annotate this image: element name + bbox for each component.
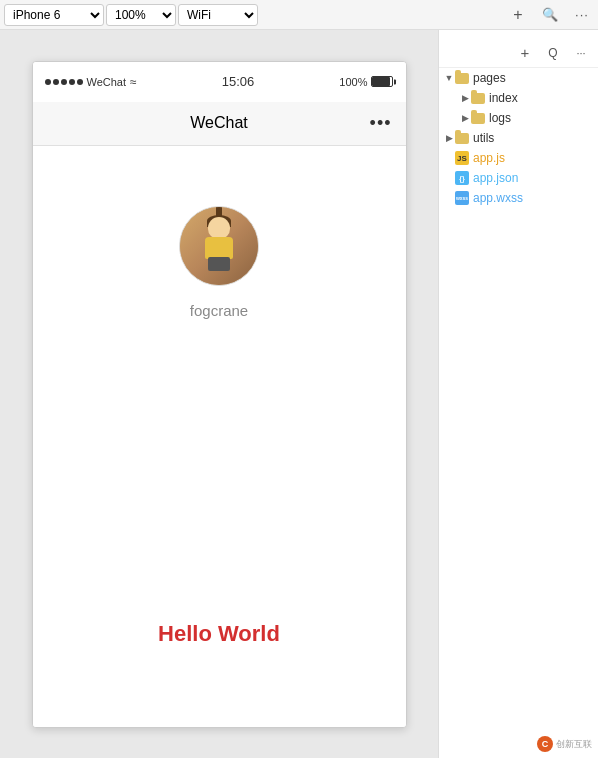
search-button[interactable]: 🔍 [538, 3, 562, 27]
watermark-icon: C [537, 736, 553, 752]
status-bar: WeChat ≈ 15:06 100% [33, 62, 406, 102]
tree-item-app-js[interactable]: JS app.js [439, 148, 598, 168]
carrier-label: WeChat [87, 76, 127, 88]
char-legs [208, 257, 230, 271]
sidebar-more-button[interactable]: ··· [570, 42, 592, 64]
folder-icon-utils [455, 133, 469, 144]
tree-label-pages: pages [473, 71, 506, 85]
folder-icon-pages [455, 73, 469, 84]
nav-title: WeChat [190, 114, 248, 132]
main-area: WeChat ≈ 15:06 100% WeChat ••• [0, 30, 598, 758]
json-file-icon: {} [455, 171, 469, 185]
tree-label-app-wxss: app.wxss [473, 191, 523, 205]
signal-dot-3 [61, 79, 67, 85]
arrow-index [459, 92, 471, 104]
add-button[interactable]: + [506, 3, 530, 27]
tree-item-app-json[interactable]: {} app.json [439, 168, 598, 188]
wifi-icon: ≈ [130, 75, 137, 89]
sidebar-add-button[interactable]: + [514, 42, 536, 64]
tree-item-utils[interactable]: utils [439, 128, 598, 148]
more-button[interactable]: ··· [570, 3, 594, 27]
zoom-selector[interactable]: 100% [106, 4, 176, 26]
username-label: fogcrane [190, 302, 248, 319]
tree-item-index[interactable]: index [439, 88, 598, 108]
signal-dot-5 [77, 79, 83, 85]
file-tree-sidebar: + Q ··· pages index logs utils JS [438, 30, 598, 758]
phone-content: fogcrane Hello World [33, 146, 406, 727]
tree-item-pages[interactable]: pages [439, 68, 598, 88]
char-head [208, 217, 230, 239]
avatar [179, 206, 259, 286]
phone-frame: WeChat ≈ 15:06 100% WeChat ••• [32, 61, 407, 728]
battery-icon [371, 76, 393, 87]
device-selector[interactable]: iPhone 6 [4, 4, 104, 26]
wechat-nav: WeChat ••• [33, 102, 406, 146]
signal-dots [45, 79, 83, 85]
battery-percent: 100% [339, 76, 367, 88]
watermark: C 创新互联 [537, 736, 592, 752]
sidebar-search-button[interactable]: Q [542, 42, 564, 64]
tree-label-app-js: app.js [473, 151, 505, 165]
nav-dots[interactable]: ••• [370, 113, 392, 134]
js-file-icon: JS [455, 151, 469, 165]
tree-label-utils: utils [473, 131, 494, 145]
tree-label-logs: logs [489, 111, 511, 125]
battery-bar [371, 76, 393, 87]
status-time: 15:06 [222, 74, 255, 89]
signal-dot-4 [69, 79, 75, 85]
folder-icon-logs [471, 113, 485, 124]
battery-fill [372, 77, 390, 86]
wxss-file-icon: wxss [455, 191, 469, 205]
character [189, 215, 249, 285]
arrow-logs [459, 112, 471, 124]
toolbar: iPhone 6 100% WiFi + 🔍 ··· [0, 0, 598, 30]
network-selector[interactable]: WiFi [178, 4, 258, 26]
sidebar-toolbar: + Q ··· [439, 38, 598, 68]
avatar-image [180, 207, 258, 285]
hello-world-text: Hello World [158, 621, 280, 647]
tree-item-logs[interactable]: logs [439, 108, 598, 128]
tree-label-index: index [489, 91, 518, 105]
tree-label-app-json: app.json [473, 171, 518, 185]
watermark-text: 创新互联 [556, 738, 592, 751]
folder-icon-index [471, 93, 485, 104]
status-left: WeChat ≈ [45, 75, 137, 89]
signal-dot-2 [53, 79, 59, 85]
toolbar-right: + 🔍 ··· [506, 3, 594, 27]
signal-dot-1 [45, 79, 51, 85]
char-torso [205, 237, 233, 259]
arrow-pages [443, 72, 455, 84]
tree-item-app-wxss[interactable]: wxss app.wxss [439, 188, 598, 208]
phone-container: WeChat ≈ 15:06 100% WeChat ••• [0, 30, 438, 758]
arrow-utils [443, 132, 455, 144]
status-right: 100% [339, 76, 393, 88]
